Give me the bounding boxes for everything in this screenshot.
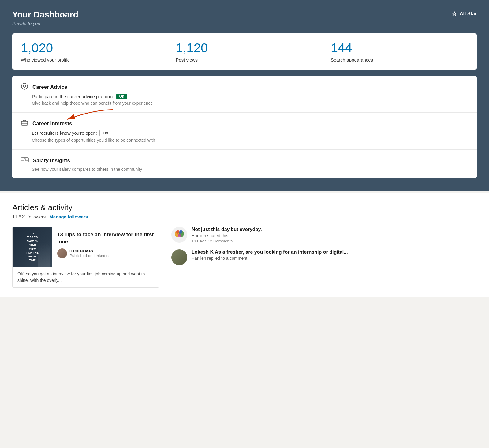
career-advice-toggle-badge[interactable]: On xyxy=(116,94,127,99)
article-author-avatar xyxy=(57,248,67,258)
career-advice-card[interactable]: Career Advice Participate in the career … xyxy=(12,76,477,113)
career-interests-card[interactable]: Career interests Let recruiters know you… xyxy=(12,113,477,150)
allstar-badge[interactable]: ☆ All Star xyxy=(451,10,477,18)
activity-1-body: Not just this day,but everyday. Harliien… xyxy=(192,227,477,243)
article-published: Published on LinkedIn xyxy=(69,253,109,258)
article-author-name: Harliien Man xyxy=(69,249,109,253)
dashboard-title-block: Your Dashboard Private to you xyxy=(12,10,78,26)
svg-point-12 xyxy=(176,230,179,234)
allstar-label: All Star xyxy=(460,11,477,17)
stats-row: 1,020 Who viewed your profile 1,120 Post… xyxy=(12,33,477,70)
career-interests-toggle-label: Let recruiters know you're open: xyxy=(32,130,97,136)
star-icon: ☆ xyxy=(451,10,457,18)
articles-meta: 11,821 followers Manage followers xyxy=(12,214,477,219)
activity-avatar-person xyxy=(171,249,187,265)
salary-insights-body: See how your salary compares to others i… xyxy=(21,167,468,172)
article-info: 13 Tips to face an interview for the fir… xyxy=(52,227,159,267)
article-author-info: Harliien Man Published on LinkedIn xyxy=(69,249,109,258)
activity-item-2[interactable]: Lokesh K As a fresher, are you looking f… xyxy=(171,249,477,265)
salary-insights-header: Salary insights xyxy=(21,156,468,165)
activity-1-title: Not just this day,but everyday. xyxy=(192,227,477,232)
salary-insights-title: Salary insights xyxy=(33,158,70,164)
career-advice-subtext: Give back and help those who can benefit… xyxy=(32,101,468,106)
salary-insights-card[interactable]: Salary insights See how your salary comp… xyxy=(12,150,477,178)
stat-profile-views[interactable]: 1,020 Who viewed your profile xyxy=(12,33,167,70)
chat-icon xyxy=(21,83,28,92)
career-interests-toggle-row: Let recruiters know you're open: Off xyxy=(32,130,468,136)
activity-1-meta: Harliien shared this xyxy=(192,233,477,238)
career-interests-subtext: Choose the types of opportunities you'd … xyxy=(32,138,468,143)
article-image: 13TIPS TOFACE ANINTER-VIEWFOR THEFIRSTTI… xyxy=(13,227,52,267)
svg-point-0 xyxy=(21,83,28,89)
career-interests-header: Career interests xyxy=(21,119,468,128)
article-card-top: 13TIPS TOFACE ANINTER-VIEWFOR THEFIRSTTI… xyxy=(13,227,159,267)
info-cards: Career Advice Participate in the career … xyxy=(12,76,477,178)
article-title: 13 Tips to face an interview for the fir… xyxy=(57,231,154,245)
post-views-label: Post views xyxy=(176,57,313,62)
stat-search-appearances[interactable]: 144 Search appearances xyxy=(322,33,477,70)
stat-post-views[interactable]: 1,120 Post views xyxy=(167,33,322,70)
article-excerpt: OK, so you got an interview for your fir… xyxy=(13,267,159,287)
dashboard-title: Your Dashboard xyxy=(12,10,78,20)
salary-icon xyxy=(21,156,29,165)
career-advice-title: Career Advice xyxy=(32,84,67,90)
activity-2-title: Lokesh K As a fresher, are you looking f… xyxy=(192,249,477,255)
svg-rect-5 xyxy=(24,159,26,161)
brain-icon xyxy=(174,229,185,241)
articles-section: Articles & activity 11,821 followers Man… xyxy=(0,193,489,297)
profile-views-number: 1,020 xyxy=(21,41,158,55)
search-appearances-label: Search appearances xyxy=(331,57,468,62)
article-author-row: Harliien Man Published on LinkedIn xyxy=(57,248,154,258)
salary-insights-subtext: See how your salary compares to others i… xyxy=(32,167,468,172)
briefcase-icon xyxy=(21,119,28,128)
articles-title: Articles & activity xyxy=(12,203,477,212)
activity-2-meta: Harliien replied to a comment xyxy=(192,256,477,261)
articles-content: 13TIPS TOFACE ANINTER-VIEWFOR THEFIRSTTI… xyxy=(12,227,477,288)
svg-point-14 xyxy=(178,234,181,237)
activity-item-1[interactable]: Not just this day,but everyday. Harliien… xyxy=(171,227,477,243)
manage-followers-link[interactable]: Manage followers xyxy=(49,214,88,219)
dashboard-section: Your Dashboard Private to you ☆ All Star… xyxy=(0,0,489,191)
post-views-number: 1,120 xyxy=(176,41,313,55)
activity-avatar-brain xyxy=(171,227,187,243)
activity-1-stats: 19 Likes • 2 Comments xyxy=(192,239,477,243)
career-advice-toggle-row: Participate in the career advice platfor… xyxy=(32,94,468,99)
article-image-text: 13TIPS TOFACE ANINTER-VIEWFOR THEFIRSTTI… xyxy=(26,232,39,263)
svg-point-13 xyxy=(179,230,182,234)
profile-views-label: Who viewed your profile xyxy=(21,57,158,62)
activity-2-body: Lokesh K As a fresher, are you looking f… xyxy=(192,249,477,265)
svg-rect-4 xyxy=(21,158,28,162)
career-advice-header: Career Advice xyxy=(21,83,468,92)
dashboard-header: Your Dashboard Private to you ☆ All Star xyxy=(12,10,477,26)
dashboard-subtitle: Private to you xyxy=(12,21,78,26)
career-advice-toggle-label: Participate in the career advice platfor… xyxy=(32,94,114,99)
career-interests-toggle-badge[interactable]: Off xyxy=(99,130,111,136)
article-card[interactable]: 13TIPS TOFACE ANINTER-VIEWFOR THEFIRSTTI… xyxy=(12,227,159,288)
career-interests-title: Career interests xyxy=(32,121,72,127)
search-appearances-number: 144 xyxy=(331,41,468,55)
activity-feed: Not just this day,but everyday. Harliien… xyxy=(171,227,477,288)
career-interests-body: Let recruiters know you're open: Off Cho… xyxy=(21,130,468,143)
followers-count: 11,821 followers xyxy=(12,214,46,219)
career-advice-body: Participate in the career advice platfor… xyxy=(21,94,468,106)
